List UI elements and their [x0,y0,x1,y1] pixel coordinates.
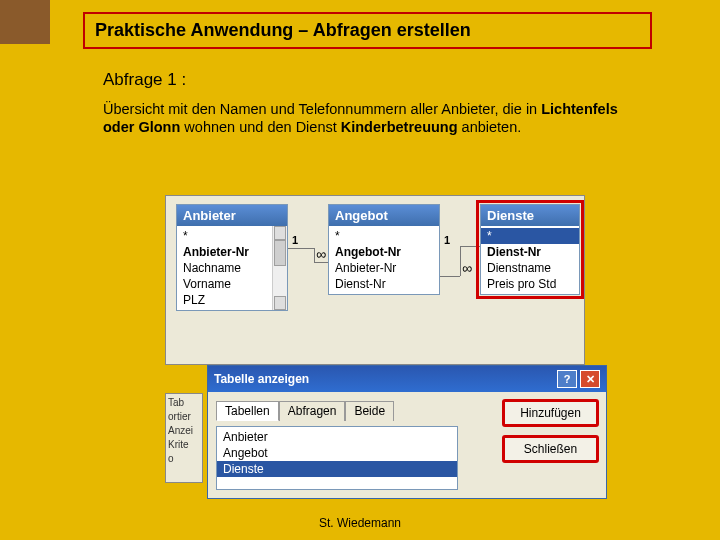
show-table-dialog[interactable]: Tabelle anzeigen ? ✕ Tabellen Abfragen B… [207,365,607,499]
list-item[interactable]: Angebot [217,445,457,461]
field-item[interactable]: Nachname [177,260,287,276]
join-line [460,246,461,276]
query-description: Übersicht mit den Namen und Telefonnumme… [103,100,633,136]
field-item[interactable]: * [329,228,439,244]
table-dienste-title: Dienste [481,205,579,226]
field-item[interactable]: * [481,228,579,244]
cardinality-one: 1 [292,234,298,246]
text-service: Kinderbetreuung [341,119,458,135]
design-grid-edge: Tab ortier Anzei Krite o [165,393,203,483]
table-anbieter-title: Anbieter [177,205,287,226]
field-item[interactable]: Vorname [177,276,287,292]
cardinality-infinity: ∞ [316,246,326,262]
join-line [314,248,315,262]
text-mid: wohnen und den Dienst [180,119,340,135]
table-angebot[interactable]: Angebot * Angebot-Nr Anbieter-Nr Dienst-… [328,204,440,295]
add-button[interactable]: Hinzufügen [503,400,598,426]
table-dienste[interactable]: Dienste * Dienst-Nr Dienstname Preis pro… [480,204,580,295]
text-trailing: anbieten. [458,119,522,135]
field-item[interactable]: Dienstname [481,260,579,276]
list-item[interactable]: Anbieter [217,429,457,445]
table-dienste-fields: * Dienst-Nr Dienstname Preis pro Std [481,226,579,294]
table-angebot-fields: * Angebot-Nr Anbieter-Nr Dienst-Nr [329,226,439,294]
screenshot: Anbieter * Anbieter-Nr Nachname Vorname … [165,195,645,505]
tables-listbox[interactable]: Anbieter Angebot Dienste [216,426,458,490]
tab-tables[interactable]: Tabellen [216,401,279,421]
table-anbieter[interactable]: Anbieter * Anbieter-Nr Nachname Vorname … [176,204,288,311]
cardinality-one: 1 [444,234,450,246]
field-item[interactable]: PLZ [177,292,287,308]
table-anbieter-fields: * Anbieter-Nr Nachname Vorname PLZ [177,226,287,310]
join-line [460,246,480,247]
dialog-titlebar[interactable]: Tabelle anzeigen ? ✕ [208,366,606,392]
field-item[interactable]: Dienst-Nr [329,276,439,292]
cardinality-infinity: ∞ [462,260,472,276]
grid-label: Krite [168,438,200,452]
join-line [314,262,328,263]
table-angebot-title: Angebot [329,205,439,226]
slide: Praktische Anwendung – Abfragen erstelle… [0,0,720,540]
query-heading: Abfrage 1 : [103,70,633,90]
list-item[interactable]: Dienste [217,461,457,477]
grid-label: ortier [168,410,200,424]
tab-queries[interactable]: Abfragen [279,401,346,421]
close-icon[interactable]: ✕ [580,370,600,388]
join-line [440,276,460,277]
query-design-canvas: Anbieter * Anbieter-Nr Nachname Vorname … [165,195,585,365]
field-item[interactable]: Dienst-Nr [481,244,579,260]
tab-both[interactable]: Beide [345,401,394,421]
grid-label: Anzei [168,424,200,438]
field-item[interactable]: Preis pro Std [481,276,579,292]
footer-author: St. Wiedemann [0,516,720,530]
field-item[interactable]: Angebot-Nr [329,244,439,260]
field-item[interactable]: Anbieter-Nr [329,260,439,276]
dialog-title: Tabelle anzeigen [214,372,309,386]
scrollbar[interactable] [272,226,287,310]
close-button[interactable]: Schließen [503,436,598,462]
dialog-tabs: Tabellen Abfragen Beide [216,400,493,420]
slide-title: Praktische Anwendung – Abfragen erstelle… [83,12,652,49]
field-item[interactable]: * [177,228,287,244]
text-leading: Übersicht mit den Namen und Telefonnumme… [103,101,541,117]
grid-label: Tab [168,396,200,410]
join-line [288,248,314,249]
help-icon[interactable]: ? [557,370,577,388]
field-item[interactable]: Anbieter-Nr [177,244,287,260]
grid-label: o [168,452,200,466]
content-block: Abfrage 1 : Übersicht mit den Namen und … [103,70,633,144]
